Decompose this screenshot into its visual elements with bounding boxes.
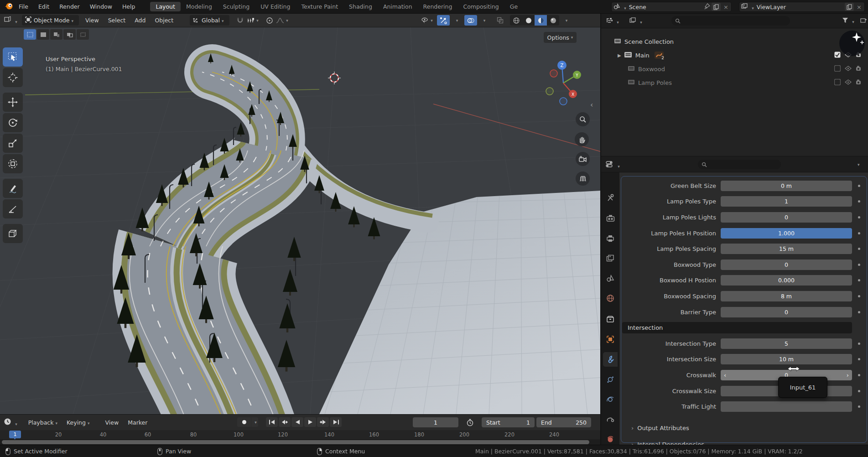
render-camera-icon[interactable] bbox=[856, 79, 863, 86]
tab-object-icon[interactable] bbox=[603, 332, 618, 347]
decorator-dot[interactable] bbox=[858, 295, 860, 297]
outliner-row-lamp-poles[interactable]: Lamp Poles bbox=[601, 76, 868, 89]
viewport-visibility-icon[interactable] bbox=[845, 79, 852, 86]
stopwatch-icon[interactable] bbox=[466, 419, 474, 428]
tab-render-icon[interactable] bbox=[603, 211, 618, 225]
tab-modifiers-icon[interactable] bbox=[603, 352, 618, 367]
checkbox-unchecked-icon[interactable] bbox=[834, 79, 841, 87]
section-output-attributes[interactable]: › Output Attributes bbox=[619, 420, 866, 436]
decorator-dot[interactable] bbox=[858, 390, 860, 392]
outliner-row-boxwood[interactable]: Boxwood bbox=[601, 62, 868, 76]
navigation-gizmo[interactable]: Z Y X bbox=[541, 53, 592, 108]
decorator-dot[interactable] bbox=[858, 232, 860, 234]
timeline-ruler[interactable]: 20 40 60 80 100 120 140 160 180 200 220 … bbox=[0, 430, 600, 439]
filter-icon[interactable] bbox=[842, 17, 854, 25]
lamp-poles-spacing-field[interactable]: 15 m bbox=[721, 244, 852, 254]
tab-tool-icon[interactable] bbox=[603, 191, 618, 205]
properties-search-input[interactable] bbox=[698, 160, 781, 169]
intersection-size-field[interactable]: 10 m bbox=[721, 354, 852, 364]
checkbox-unchecked-icon[interactable] bbox=[834, 65, 841, 73]
tab-animation[interactable]: Animation bbox=[378, 2, 418, 11]
gizmos-dropdown[interactable] bbox=[450, 15, 463, 26]
decorator-dot[interactable] bbox=[858, 279, 860, 281]
remove-view-layer-button[interactable]: × bbox=[856, 4, 863, 10]
zoom-button[interactable] bbox=[576, 112, 590, 126]
tab-texture-paint[interactable]: Texture Paint bbox=[296, 2, 343, 11]
tab-scene-icon[interactable] bbox=[603, 271, 618, 286]
rotate-tool[interactable] bbox=[3, 113, 23, 132]
tab-rendering[interactable]: Rendering bbox=[418, 2, 458, 11]
next-keyframe-button[interactable] bbox=[317, 417, 329, 427]
barrier-type-field[interactable]: 0 bbox=[721, 307, 852, 317]
tab-geometry-nodes[interactable]: Ge bbox=[504, 2, 523, 11]
decorator-dot[interactable] bbox=[858, 185, 860, 187]
menu-add[interactable]: Add bbox=[130, 17, 150, 24]
box-select-mode[interactable] bbox=[37, 29, 49, 40]
outliner-editor-icon[interactable] bbox=[606, 17, 619, 25]
cursor-tool[interactable] bbox=[3, 68, 23, 87]
menu-keying[interactable]: Keying bbox=[62, 419, 94, 426]
menu-view[interactable]: View bbox=[101, 419, 124, 426]
menu-object[interactable]: Object bbox=[150, 17, 178, 24]
lamp-poles-h-position-field[interactable]: 1.000 bbox=[721, 228, 852, 239]
outliner-display-mode-icon[interactable] bbox=[629, 17, 642, 25]
shading-wireframe-button[interactable] bbox=[510, 15, 522, 26]
decorator-dot[interactable] bbox=[858, 216, 860, 218]
tab-sculpting[interactable]: Sculpting bbox=[218, 2, 255, 11]
lamp-poles-type-field[interactable]: 1 bbox=[721, 196, 852, 207]
pan-hand-button[interactable] bbox=[575, 132, 589, 146]
decorator-dot[interactable] bbox=[858, 343, 860, 345]
snap-target-selector[interactable] bbox=[247, 15, 260, 26]
scene-name[interactable]: Scene bbox=[629, 4, 702, 10]
circle-select-mode[interactable] bbox=[50, 29, 62, 40]
menu-playback[interactable]: Playback bbox=[24, 419, 62, 426]
gizmos-toggle[interactable] bbox=[437, 15, 450, 26]
green-belt-size-field[interactable]: 0 m bbox=[721, 181, 852, 191]
menu-help[interactable]: Help bbox=[117, 0, 140, 13]
tab-shading[interactable]: Shading bbox=[343, 2, 378, 11]
outliner-row-main[interactable]: ▶ Main 2 bbox=[601, 48, 868, 62]
new-collection-icon[interactable] bbox=[860, 17, 867, 25]
menu-render[interactable]: Render bbox=[54, 0, 85, 13]
snap-magnet-icon[interactable] bbox=[234, 15, 247, 26]
frame-start-field[interactable]: Start 1 bbox=[482, 417, 535, 427]
viewport-visibility-icon[interactable] bbox=[845, 66, 852, 73]
shading-material-button[interactable] bbox=[535, 15, 547, 26]
tab-modeling[interactable]: Modeling bbox=[181, 2, 218, 11]
tab-view-layer-icon[interactable] bbox=[603, 251, 618, 265]
current-frame-field[interactable]: 1 bbox=[413, 417, 458, 427]
view-layer-name[interactable]: ViewLayer bbox=[757, 4, 841, 10]
scene-selector[interactable]: Scene × bbox=[611, 2, 732, 12]
boxwood-h-postion-field[interactable]: 0.000 bbox=[721, 275, 852, 286]
tab-collection-icon[interactable] bbox=[603, 312, 618, 327]
tab-constraints-icon[interactable] bbox=[603, 412, 618, 427]
render-camera-icon[interactable] bbox=[856, 65, 863, 73]
expand-arrow-icon[interactable]: ▶ bbox=[618, 53, 621, 58]
view-layer-icon[interactable] bbox=[741, 3, 754, 11]
falloff-curve-selector[interactable] bbox=[276, 15, 289, 26]
new-scene-button[interactable] bbox=[712, 3, 721, 11]
decorator-dot[interactable] bbox=[858, 248, 860, 250]
decorator-dot[interactable] bbox=[858, 405, 860, 408]
timeline-editor-icon[interactable] bbox=[4, 418, 17, 427]
decorator-dot[interactable] bbox=[858, 311, 860, 313]
menu-file[interactable]: File bbox=[14, 0, 33, 13]
traffic-light-field[interactable] bbox=[721, 401, 852, 412]
shading-rendered-button[interactable] bbox=[547, 15, 559, 26]
measure-tool[interactable] bbox=[3, 199, 23, 218]
viewport-3d[interactable]: User Perspective (1) Main | BezierCurve.… bbox=[0, 27, 600, 414]
panel-collapse-arrow[interactable]: ‹ bbox=[590, 100, 593, 109]
playhead[interactable]: 1 bbox=[9, 431, 21, 438]
properties-editor-icon[interactable] bbox=[606, 161, 620, 169]
paint-select-mode[interactable] bbox=[77, 29, 89, 40]
overlays-toggle[interactable] bbox=[464, 15, 477, 26]
pin-icon[interactable] bbox=[704, 3, 710, 11]
jump-to-end-button[interactable] bbox=[330, 417, 342, 427]
select-box-tool[interactable] bbox=[3, 47, 23, 67]
transform-tool[interactable] bbox=[3, 154, 23, 173]
lamp-poles-lights-field[interactable]: 0 bbox=[721, 212, 852, 223]
proportional-editing-icon[interactable] bbox=[263, 15, 276, 26]
transform-orientation-selector[interactable]: Global bbox=[190, 15, 229, 26]
previous-keyframe-button[interactable] bbox=[279, 417, 291, 427]
editor-type-icon[interactable] bbox=[4, 16, 17, 25]
